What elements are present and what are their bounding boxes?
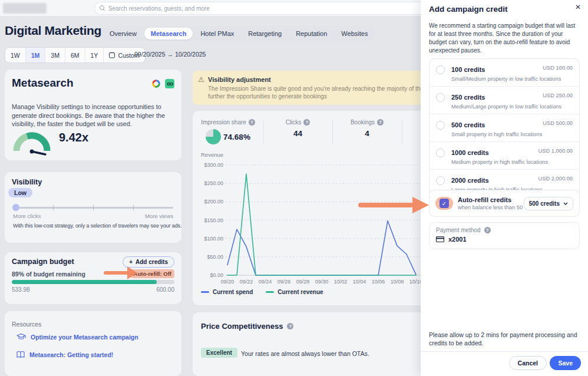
resource-link-optimize[interactable]: Optimize your Metasearch campaign xyxy=(16,334,138,341)
auto-refill-subtitle: when balance less than 50 xyxy=(458,205,523,210)
legend-dash-icon xyxy=(201,291,209,293)
graduation-cap-icon xyxy=(16,334,26,341)
page-title: Digital Marketing xyxy=(5,24,101,38)
book-icon xyxy=(16,351,25,358)
svg-text:10/04: 10/04 xyxy=(353,279,366,285)
stat-divider xyxy=(402,120,402,144)
resources-card: Resources Optimize your Metasearch campa… xyxy=(5,311,181,376)
stat-clicks: Clicks? 44 xyxy=(263,119,332,149)
radio-button[interactable] xyxy=(436,93,445,102)
visibility-title: Visibility xyxy=(12,178,42,186)
radio-button[interactable] xyxy=(436,121,445,130)
range-6m[interactable]: 6M xyxy=(65,48,85,62)
help-icon[interactable]: ? xyxy=(303,119,310,126)
visibility-card: Visibility Low More clicks More views Wi… xyxy=(5,172,181,243)
date-range[interactable]: 09/20/2025 → 10/20/2025 xyxy=(134,51,206,58)
svg-text:$250.00: $250.00 xyxy=(204,180,223,186)
credit-options-list: 100 creditsSmall/Medium property in low … xyxy=(429,58,580,197)
tab-metasearch[interactable]: Metasearch xyxy=(144,28,193,39)
price-rating-badge: Excellent xyxy=(201,348,237,358)
search-icon xyxy=(100,5,105,11)
credit-option-1000[interactable]: 1000 creditsMedium property in high traf… xyxy=(430,142,579,170)
time-range-group: 1W 1M 3M 6M 1Y Custom xyxy=(5,47,146,63)
tab-retargeting[interactable]: Retargeting xyxy=(242,28,288,39)
svg-text:$50.00: $50.00 xyxy=(207,254,223,260)
budget-progress-bar xyxy=(12,280,174,284)
svg-text:09/20: 09/20 xyxy=(221,279,234,285)
calendar-icon xyxy=(109,52,115,58)
save-button[interactable]: Save xyxy=(550,356,581,370)
svg-text:10/08: 10/08 xyxy=(391,279,404,285)
help-icon[interactable]: ? xyxy=(484,227,491,233)
auto-refill-checkbox[interactable]: ✓ xyxy=(440,199,449,208)
stat-impression-share: Impression share? 74.68% xyxy=(193,119,263,149)
legend-current-revenue: Current revenue xyxy=(266,289,323,295)
svg-text:Revenue: Revenue xyxy=(201,151,223,158)
credit-option-250[interactable]: 250 creditsMedium/Large property in low … xyxy=(430,87,579,114)
tripadvisor-icon xyxy=(165,79,174,88)
close-icon[interactable]: ✕ xyxy=(575,3,581,11)
price-title: Price Competitiveness xyxy=(201,322,283,331)
svg-text:09/28: 09/28 xyxy=(296,279,310,285)
credit-card-icon xyxy=(436,236,444,242)
refill-amount-dropdown[interactable]: 500 credits xyxy=(524,197,573,210)
tab-websites[interactable]: Websites xyxy=(335,28,374,39)
search-input[interactable] xyxy=(108,5,442,12)
svg-text:09/22: 09/22 xyxy=(240,279,253,285)
help-icon[interactable]: ? xyxy=(249,119,255,126)
stat-bookings: Bookings? 4 xyxy=(332,119,402,149)
cancel-button[interactable]: Cancel xyxy=(509,356,547,370)
tab-hotel-pmax[interactable]: Hotel PMax xyxy=(194,28,240,39)
visibility-slider[interactable] xyxy=(13,207,173,209)
check-icon: ✓ xyxy=(442,200,447,207)
visibility-level-badge: Low xyxy=(8,188,32,197)
budget-title: Campaign budget xyxy=(12,258,74,266)
range-1w[interactable]: 1W xyxy=(5,48,26,62)
auto-refill-title: Auto-refill credits xyxy=(458,196,523,203)
range-3m[interactable]: 3M xyxy=(45,48,65,62)
resource-link-getting-started[interactable]: Metasearch: Getting started! xyxy=(16,351,113,358)
svg-text:$150.00: $150.00 xyxy=(204,217,223,223)
range-1m[interactable]: 1M xyxy=(26,48,46,62)
credit-option-100[interactable]: 100 creditsSmall/Medium property in low … xyxy=(430,59,579,87)
impression-share-pie xyxy=(206,129,221,144)
tab-reputation[interactable]: Reputation xyxy=(289,28,333,39)
visibility-slider-thumb[interactable] xyxy=(12,204,19,211)
radio-button[interactable] xyxy=(436,176,445,185)
footer-divider xyxy=(421,351,588,352)
help-icon[interactable]: ? xyxy=(287,323,293,329)
metasearch-card: Metasearch Manage Visibility settings to… xyxy=(5,70,181,160)
svg-text:$300.00: $300.00 xyxy=(204,162,223,168)
help-icon[interactable]: ? xyxy=(377,119,384,126)
add-campaign-credit-panel: Add campaign credit ✕ We recommend a sta… xyxy=(421,0,588,376)
svg-text:09/24: 09/24 xyxy=(259,279,272,285)
slider-left-label: More clicks xyxy=(13,213,41,219)
date-arrow-icon: → xyxy=(167,51,173,58)
credit-option-500[interactable]: 500 creditsSmall property in high traffi… xyxy=(430,114,579,142)
plus-icon: + xyxy=(129,259,133,265)
budget-spent: 533.98 xyxy=(12,286,30,293)
radio-button[interactable] xyxy=(436,149,445,157)
global-search[interactable] xyxy=(94,2,448,15)
tab-overview[interactable]: Overview xyxy=(103,28,143,39)
range-1y[interactable]: 1Y xyxy=(85,48,104,62)
auto-refill-status-badge: Auto-refill: Off xyxy=(131,269,174,278)
add-credits-button[interactable]: + Add credits xyxy=(123,256,174,268)
campaign-budget-card: Campaign budget + Add credits 89% of bud… xyxy=(5,252,181,304)
svg-text:09/26: 09/26 xyxy=(278,279,291,285)
roas-value: 9.42x xyxy=(59,131,88,144)
resources-title: Resources xyxy=(12,321,41,328)
radio-button[interactable] xyxy=(436,65,445,74)
warning-icon: ⚠ xyxy=(198,75,204,84)
price-text: Your rates are almost always lower than … xyxy=(241,350,369,357)
panel-title: Add campaign credit xyxy=(429,5,508,14)
budget-progress-fill xyxy=(12,280,157,284)
auto-refill-section: ✓ Auto-refill credits when balance less … xyxy=(429,190,580,217)
panel-note: Please allow up to 2 mins for payment pr… xyxy=(429,331,580,347)
slider-right-label: More views xyxy=(145,213,173,219)
svg-text:$200.00: $200.00 xyxy=(204,199,223,205)
svg-text:$0.00: $0.00 xyxy=(210,272,223,278)
metasearch-description: Manage Visibility settings to increase o… xyxy=(12,103,176,128)
payment-method-section: Payment method? x2001 xyxy=(429,222,580,249)
banner-title: Visibility adjustment xyxy=(208,76,271,83)
